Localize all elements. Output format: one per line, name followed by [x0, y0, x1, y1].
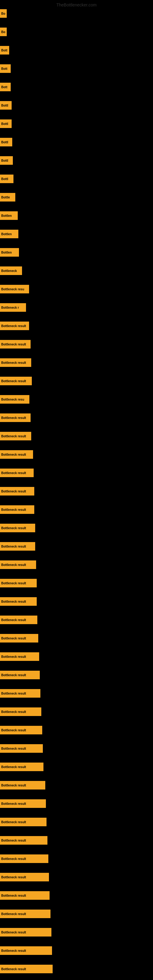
bar-fill-5: Bott [0, 83, 11, 91]
bar-row-24: Bottleneck result [0, 432, 31, 441]
bar-fill-44: Bottleneck result [0, 799, 46, 808]
bar-label-50: Bottleneck result [1, 912, 26, 916]
bar-label-15: Bottleneck [1, 269, 17, 272]
bar-fill-8: Bottl [0, 138, 12, 146]
bar-row-32: Bottleneck result [0, 579, 37, 587]
bar-row-26: Bottleneck result [0, 469, 33, 477]
bar-row-38: Bottleneck result [0, 689, 40, 698]
bar-label-45: Bottleneck result [1, 821, 26, 824]
bar-fill-48: Bottleneck result [0, 873, 49, 881]
bar-label-19: Bottleneck result [1, 343, 26, 346]
bar-row-50: Bottleneck result [0, 910, 51, 918]
bar-row-33: Bottleneck result [0, 597, 37, 606]
bar-label-5: Bott [1, 86, 7, 89]
bar-label-4: Bott [1, 67, 7, 70]
bar-row-43: Bottleneck result [0, 781, 45, 789]
bar-fill-45: Bottleneck result [0, 818, 46, 826]
bar-fill-21: Bottleneck result [0, 377, 32, 385]
bar-label-22: Bottleneck resu [1, 398, 24, 401]
bar-fill-6: Bottl [0, 101, 12, 110]
bar-label-53: Bottleneck result [1, 967, 26, 971]
bar-row-19: Bottleneck result [0, 340, 30, 348]
bar-label-39: Bottleneck result [1, 710, 26, 714]
bar-fill-14: Bottlen [0, 248, 19, 257]
bar-fill-38: Bottleneck result [0, 689, 40, 698]
bar-fill-27: Bottleneck result [0, 487, 34, 495]
bar-fill-26: Bottleneck result [0, 469, 33, 477]
bar-fill-30: Bottleneck result [0, 542, 35, 550]
bar-row-31: Bottleneck result [0, 560, 36, 569]
bar-fill-40: Bottleneck result [0, 726, 42, 734]
bar-label-16: Bottleneck resu [1, 288, 24, 291]
bar-row-28: Bottleneck result [0, 505, 34, 514]
bar-fill-7: Bottl [0, 119, 12, 128]
bar-row-41: Bottleneck result [0, 744, 43, 753]
bar-label-33: Bottleneck result [1, 600, 26, 603]
bar-fill-12: Bottlen [0, 211, 18, 220]
bar-label-40: Bottleneck result [1, 729, 26, 732]
bar-fill-28: Bottleneck result [0, 505, 34, 514]
site-title: TheBottlenecker.com [56, 2, 97, 7]
bar-fill-42: Bottleneck result [0, 762, 43, 771]
bar-row-2: Bo [0, 27, 7, 36]
bar-label-25: Bottleneck result [1, 453, 26, 456]
bar-label-42: Bottleneck result [1, 765, 26, 769]
bar-label-29: Bottleneck result [1, 527, 26, 530]
bar-row-11: Bottle [0, 193, 15, 202]
bar-fill-9: Bottl [0, 156, 13, 165]
bar-row-48: Bottleneck result [0, 873, 49, 881]
bar-row-20: Bottleneck result [0, 358, 31, 367]
bar-row-40: Bottleneck result [0, 726, 42, 734]
bar-label-34: Bottleneck result [1, 618, 26, 622]
bar-label-20: Bottleneck result [1, 361, 26, 364]
bar-row-49: Bottleneck result [0, 891, 49, 900]
bar-row-42: Bottleneck result [0, 762, 43, 771]
bar-label-28: Bottleneck result [1, 508, 26, 511]
bar-fill-33: Bottleneck result [0, 597, 37, 606]
bar-fill-20: Bottleneck result [0, 358, 31, 367]
bar-fill-39: Bottleneck result [0, 708, 41, 716]
bar-fill-2: Bo [0, 27, 7, 36]
bar-fill-34: Bottleneck result [0, 616, 37, 624]
bar-fill-32: Bottleneck result [0, 579, 37, 587]
bar-fill-47: Bottleneck result [0, 854, 48, 863]
bar-fill-37: Bottleneck result [0, 671, 40, 679]
bar-row-7: Bottl [0, 119, 12, 128]
bar-fill-36: Bottleneck result [0, 652, 39, 661]
bar-row-14: Bottlen [0, 248, 19, 257]
bar-label-2: Bo [1, 30, 5, 34]
bar-label-30: Bottleneck result [1, 545, 26, 548]
bar-label-46: Bottleneck result [1, 839, 26, 842]
bar-label-14: Bottlen [1, 251, 12, 254]
bar-label-36: Bottleneck result [1, 655, 26, 659]
bar-label-26: Bottleneck result [1, 471, 26, 475]
bar-label-13: Bottlen [1, 232, 12, 236]
bar-row-30: Bottleneck result [0, 542, 35, 550]
bar-row-9: Bottl [0, 156, 13, 165]
bar-label-41: Bottleneck result [1, 747, 26, 750]
bar-label-21: Bottleneck result [1, 379, 26, 383]
bar-label-51: Bottleneck result [1, 931, 26, 934]
bar-row-3: Bott [0, 46, 9, 54]
bar-row-27: Bottleneck result [0, 487, 34, 495]
bar-fill-50: Bottleneck result [0, 910, 51, 918]
bar-row-25: Bottleneck result [0, 450, 33, 459]
bar-row-5: Bott [0, 83, 11, 91]
bar-fill-4: Bott [0, 64, 11, 73]
bar-row-12: Bottlen [0, 211, 18, 220]
bar-label-8: Bottl [1, 140, 8, 144]
bar-row-34: Bottleneck result [0, 616, 37, 624]
bar-fill-16: Bottleneck resu [0, 285, 29, 293]
bar-fill-35: Bottleneck result [0, 634, 38, 643]
bar-fill-15: Bottleneck [0, 266, 22, 275]
bar-row-39: Bottleneck result [0, 708, 41, 716]
bar-row-53: Bottleneck result [0, 965, 53, 973]
bar-fill-1: Bo [0, 9, 7, 18]
bar-label-37: Bottleneck result [1, 673, 26, 677]
bar-label-32: Bottleneck result [1, 582, 26, 585]
bar-row-35: Bottleneck result [0, 634, 38, 643]
bar-label-12: Bottlen [1, 214, 12, 218]
bar-row-21: Bottleneck result [0, 377, 32, 385]
bar-row-15: Bottleneck [0, 266, 22, 275]
bar-row-13: Bottlen [0, 230, 18, 238]
